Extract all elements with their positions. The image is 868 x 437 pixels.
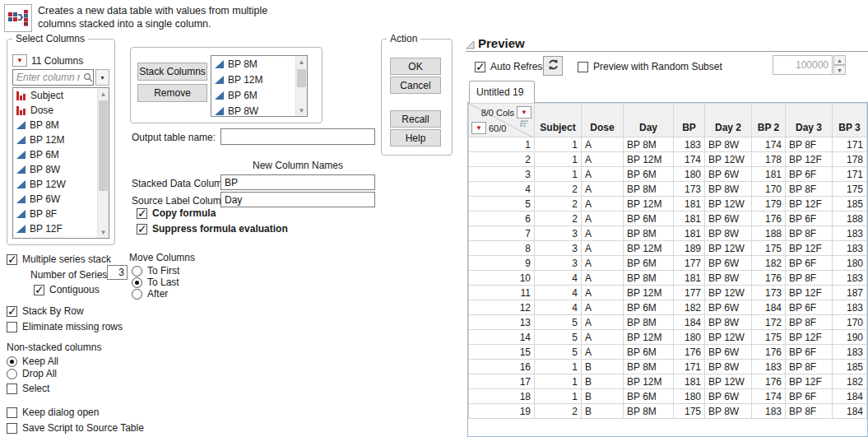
column-list-item[interactable]: BP 6W (13, 192, 109, 207)
cell-dose[interactable]: A (582, 212, 624, 226)
cell-bp3[interactable]: 185 (833, 360, 867, 374)
scroll-up-icon[interactable]: ▲ (98, 88, 109, 100)
cell-bp[interactable]: 183 (674, 137, 705, 152)
cell-bp3[interactable]: 188 (833, 212, 867, 226)
row-number[interactable]: 14 (469, 330, 535, 345)
cell-bp2[interactable]: 178 (752, 152, 786, 167)
cell-day[interactable]: BP 8M (624, 315, 674, 330)
cell-dose[interactable]: A (582, 286, 624, 300)
column-list-item[interactable]: Subject (13, 88, 109, 103)
cell-bp3[interactable]: 182 (833, 374, 867, 389)
source-list-scrollbar[interactable]: ▲ ▼ (97, 88, 109, 238)
cell-day2[interactable]: BP 8W (705, 137, 752, 152)
cell-bp[interactable]: 181 (674, 212, 705, 226)
cell-subject[interactable]: 4 (535, 271, 582, 286)
cell-dose[interactable]: B (582, 389, 624, 404)
stacked-column-item[interactable]: BP 6M (211, 87, 307, 103)
column-header-day[interactable]: Day (624, 104, 674, 137)
cell-bp2[interactable]: 175 (752, 330, 786, 345)
cell-dose[interactable]: A (582, 182, 624, 197)
cell-day[interactable]: BP 6M (624, 345, 674, 360)
cell-day[interactable]: BP 12M (624, 330, 674, 345)
stack-by-row-checkbox[interactable]: Stack By Row (7, 305, 84, 317)
auto-refresh-checkbox[interactable]: Auto Refresh (475, 61, 548, 72)
drop-all-radio[interactable]: Drop All (7, 368, 57, 379)
row-number[interactable]: 9 (469, 256, 535, 271)
column-header-bp2[interactable]: BP 2 (752, 104, 786, 137)
source-columns-list[interactable]: ▲ ▼ Subject Dose BP 8M BP 12M (12, 87, 109, 239)
cell-day[interactable]: BP 8M (624, 182, 674, 197)
cell-day2[interactable]: BP 8W (705, 226, 752, 241)
row-number[interactable]: 13 (469, 315, 535, 330)
column-header-bp[interactable]: BP (674, 104, 705, 137)
row-number[interactable]: 19 (469, 404, 535, 419)
cell-subject[interactable]: 3 (535, 256, 582, 271)
cell-bp3[interactable]: 171 (833, 137, 867, 152)
cell-day[interactable]: BP 12M (624, 241, 674, 256)
row-number[interactable]: 12 (469, 300, 535, 315)
cell-bp2[interactable]: 175 (752, 241, 786, 256)
column-list-item[interactable]: BP 6M (13, 147, 109, 162)
suppress-formula-checkbox[interactable]: Suppress formula evaluation (137, 223, 288, 235)
cell-bp[interactable]: 181 (674, 197, 705, 212)
cell-subject[interactable]: 2 (535, 212, 582, 226)
column-header-dose[interactable]: Dose (582, 104, 624, 137)
help-button[interactable]: Help (390, 129, 441, 146)
cell-bp2[interactable]: 170 (752, 182, 786, 197)
cell-day2[interactable]: BP 8W (705, 315, 752, 330)
cell-day2[interactable]: BP 6W (705, 212, 752, 226)
cell-day3[interactable]: BP 8F (786, 271, 833, 286)
columns-menu[interactable]: 11 Columns (12, 54, 83, 67)
row-number[interactable]: 10 (469, 271, 535, 286)
cell-day2[interactable]: BP 12W (705, 286, 752, 300)
cell-day3[interactable]: BP 12F (786, 197, 833, 212)
cell-bp2[interactable]: 182 (752, 256, 786, 271)
cell-bp[interactable]: 177 (674, 256, 705, 271)
cell-day2[interactable]: BP 6W (705, 256, 752, 271)
cell-dose[interactable]: A (582, 315, 624, 330)
cell-day3[interactable]: BP 8F (786, 137, 833, 152)
cell-day[interactable]: BP 12M (624, 374, 674, 389)
cell-dose[interactable]: A (582, 271, 624, 286)
row-number[interactable]: 8 (469, 241, 535, 256)
cell-bp[interactable]: 180 (674, 167, 705, 182)
random-subset-checkbox[interactable]: Preview with Random Subset (578, 61, 722, 72)
cell-bp3[interactable]: 171 (833, 167, 867, 182)
cell-bp[interactable]: 175 (674, 404, 705, 419)
cell-day2[interactable]: BP 8W (705, 360, 752, 374)
cell-day3[interactable]: BP 12F (786, 241, 833, 256)
cell-day[interactable]: BP 12M (624, 197, 674, 212)
cell-bp2[interactable]: 174 (752, 389, 786, 404)
search-filter-dropdown-button[interactable]: ▼ (95, 69, 109, 86)
cell-dose[interactable]: A (582, 345, 624, 360)
cell-dose[interactable]: A (582, 241, 624, 256)
cell-bp2[interactable]: 172 (752, 315, 786, 330)
cell-bp[interactable]: 180 (674, 389, 705, 404)
cell-bp2[interactable]: 176 (752, 374, 786, 389)
cell-bp3[interactable]: 183 (833, 241, 867, 256)
column-list-item[interactable]: Dose (13, 103, 109, 118)
cell-day3[interactable]: BP 6F (786, 167, 833, 182)
row-number[interactable]: 3 (469, 167, 535, 182)
column-list-item[interactable]: BP 8F (13, 207, 109, 221)
cell-day[interactable]: BP 6M (624, 389, 674, 404)
cell-dose[interactable]: A (582, 152, 624, 167)
stacked-list-scrollbar[interactable]: ▲ ▼ (295, 56, 307, 116)
cell-bp[interactable]: 173 (674, 182, 705, 197)
contiguous-checkbox[interactable]: Contiguous (34, 284, 100, 295)
cell-bp3[interactable]: 170 (833, 315, 867, 330)
scroll-down-icon[interactable]: ▼ (98, 226, 109, 238)
column-header-day3[interactable]: Day 3 (786, 104, 833, 137)
cell-day[interactable]: BP 6M (624, 167, 674, 182)
cell-day[interactable]: BP 6M (624, 256, 674, 271)
cell-subject[interactable]: 1 (535, 152, 582, 167)
cell-bp3[interactable]: 175 (833, 182, 867, 197)
column-list-item[interactable]: BP 12W (13, 177, 109, 192)
cell-subject[interactable]: 5 (535, 345, 582, 360)
scroll-down-icon[interactable]: ▼ (296, 105, 307, 116)
cancel-button[interactable]: Cancel (390, 77, 441, 94)
cell-day[interactable]: BP 8M (624, 226, 674, 241)
cell-day[interactable]: BP 8M (624, 404, 674, 419)
cell-subject[interactable]: 3 (535, 241, 582, 256)
cell-subject[interactable]: 5 (535, 315, 582, 330)
